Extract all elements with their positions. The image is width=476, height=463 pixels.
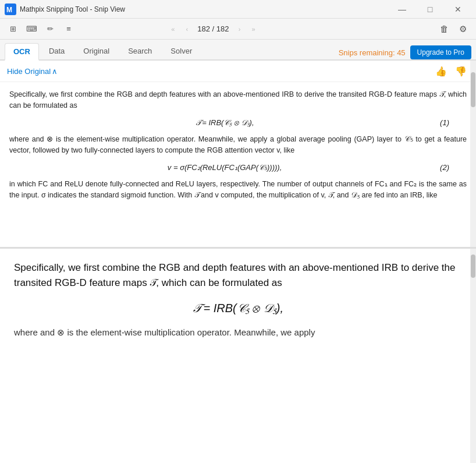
img-formula2: v = σ(FC₂(ReLU(FC₁(GAP(𝒞₅))))), (2) — [9, 162, 467, 174]
ocr-formula-text: 𝒯 = IRB(𝒞₅ ⊗ 𝒟₅), — [193, 302, 283, 314]
first-page-button[interactable]: « — [166, 22, 180, 36]
thumbs-group: 👍 👎 — [433, 63, 469, 79]
main-area: Hide Original ∧ 👍 👎 Specifically, we fir… — [0, 61, 476, 463]
minimize-button[interactable]: — — [389, 0, 415, 19]
hide-original-chevron: ∧ — [52, 67, 58, 76]
menu-icon[interactable]: ≡ — [61, 21, 77, 37]
nav-group: « ‹ 182 / 182 › » — [166, 22, 260, 36]
trash-button[interactable]: 🗑 — [436, 21, 453, 37]
hide-original-label: Hide Original — [7, 67, 51, 76]
next-page-button[interactable]: › — [232, 22, 246, 36]
ocr-text-content: Specifically, we first combine the RGB a… — [14, 260, 462, 340]
settings-button[interactable]: ⚙ — [455, 21, 471, 37]
image-content: Specifically, we first combine the RGB a… — [0, 82, 476, 213]
page-info: 182 / 182 — [194, 24, 232, 33]
prev-page-button[interactable]: ‹ — [180, 22, 194, 36]
img-formula1-number: (1) — [440, 117, 449, 129]
img-formula1: 𝒯 = IRB(𝒞₅ ⊗ 𝒟₅), (1) — [9, 117, 467, 129]
thumbs-up-button[interactable]: 👍 — [433, 63, 449, 79]
tab-right-actions: Snips remaining: 45 Upgrade to Pro — [339, 45, 471, 59]
tab-solver[interactable]: Solver — [162, 43, 201, 59]
window-controls: — □ ✕ — [389, 0, 471, 19]
maximize-button[interactable]: □ — [417, 0, 443, 19]
img-formula2-number: (2) — [440, 162, 449, 174]
snips-remaining: Snips remaining: 45 — [339, 48, 406, 57]
tab-original[interactable]: Original — [74, 43, 118, 59]
close-button[interactable]: ✕ — [445, 0, 471, 19]
ocr-scroll-track[interactable] — [470, 249, 476, 463]
thumbs-down-button[interactable]: 👎 — [453, 63, 469, 79]
app-icon: M — [5, 3, 16, 15]
image-view: Hide Original ∧ 👍 👎 Specifically, we fir… — [0, 61, 476, 247]
ocr-view: Specifically, we first combine the RGB a… — [0, 247, 476, 463]
scroll-thumb[interactable] — [471, 72, 475, 107]
tab-ocr[interactable]: OCR — [5, 43, 39, 61]
screen-icon[interactable]: ⊞ — [5, 21, 21, 37]
toolbar-tools: ⊞ ⌨ ✏ ≡ — [5, 21, 77, 37]
toolbar: ⊞ ⌨ ✏ ≡ « ‹ 182 / 182 › » 🗑 ⚙ — [0, 19, 476, 40]
toolbar-right: 🗑 ⚙ — [436, 21, 471, 37]
img-para1: Specifically, we first combine the RGB a… — [9, 89, 467, 111]
edit-icon[interactable]: ✏ — [42, 21, 58, 37]
ocr-para2: where and ⊗ is the element-wise multipli… — [14, 326, 462, 340]
hide-original-link[interactable]: Hide Original ∧ — [7, 67, 58, 76]
svg-text:M: M — [6, 6, 12, 14]
img-para2: where and ⊗ is the element-wise multipli… — [9, 134, 467, 156]
img-formula1-text: 𝒯 = IRB(𝒞₅ ⊗ 𝒟₅), — [196, 118, 254, 127]
ocr-scroll-thumb[interactable] — [471, 255, 475, 278]
upgrade-button[interactable]: Upgrade to Pro — [410, 45, 471, 59]
keyboard-icon[interactable]: ⌨ — [23, 21, 40, 37]
img-para3: in which FC and ReLU denote fully-connec… — [9, 179, 467, 201]
ocr-para1: Specifically, we first combine the RGB a… — [14, 260, 462, 290]
tab-search[interactable]: Search — [119, 43, 161, 59]
img-formula2-text: v = σ(FC₂(ReLU(FC₁(GAP(𝒞₅))))), — [168, 163, 282, 172]
tab-data[interactable]: Data — [40, 43, 73, 59]
window-title: Mathpix Snipping Tool - Snip View — [20, 5, 389, 13]
ocr-formula-large: 𝒯 = IRB(𝒞₅ ⊗ 𝒟₅), — [14, 299, 462, 317]
tabs-bar: OCR Data Original Search Solver Snips re… — [0, 40, 476, 61]
last-page-button[interactable]: » — [246, 22, 260, 36]
scroll-track[interactable] — [470, 61, 476, 247]
hide-original-bar: Hide Original ∧ 👍 👎 — [0, 61, 476, 82]
title-bar: M Mathpix Snipping Tool - Snip View — □ … — [0, 0, 476, 19]
